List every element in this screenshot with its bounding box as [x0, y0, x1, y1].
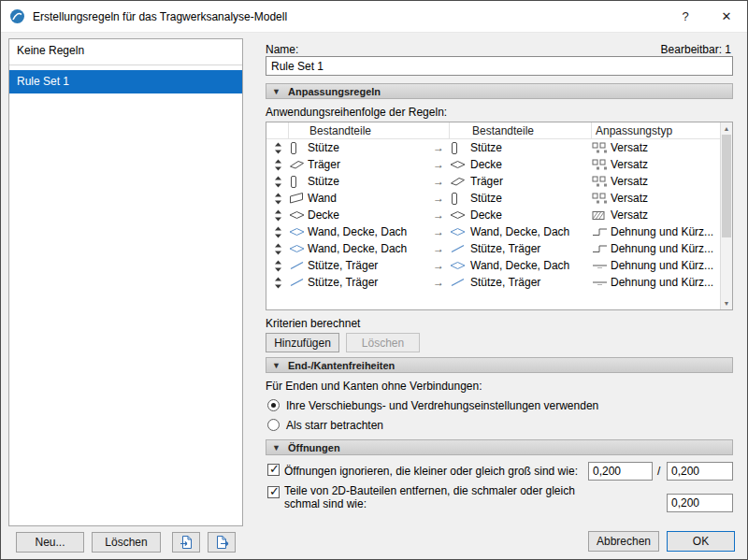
step-icon	[592, 226, 611, 237]
list-item-no-rules[interactable]: Keine Regeln	[9, 39, 242, 63]
rule-row[interactable]: Wand, Decke, Dach→Wand, Decke, DachDehnu…	[266, 223, 720, 240]
rule-set-name-input[interactable]	[266, 56, 733, 76]
criteria-label: Kriterien berechnet	[266, 317, 360, 330]
size-separator: /	[657, 465, 660, 478]
offset-icon	[592, 176, 611, 188]
component-from-label: Wand	[308, 192, 427, 205]
radio-rigid[interactable]	[267, 419, 280, 431]
offset-icon	[592, 159, 611, 171]
checkbox-ignore-openings[interactable]	[267, 464, 280, 476]
collapse-arrow-icon: ▼	[272, 443, 280, 452]
export-ruleset-button[interactable]	[208, 532, 236, 553]
rule-row[interactable]: Decke→DeckeVersatz	[266, 207, 720, 223]
component-to-label: Wand, Decke, Dach	[470, 259, 592, 272]
reorder-handle-icon[interactable]	[266, 159, 289, 171]
export-icon	[215, 535, 229, 550]
rule-row[interactable]: Wand→StützeVersatz	[266, 190, 720, 207]
delete-ruleset-button[interactable]: Löschen	[92, 532, 161, 553]
component-from-label: Stütze, Träger	[308, 259, 427, 272]
part-width-input[interactable]	[667, 494, 733, 512]
line-icon	[289, 277, 308, 288]
line-icon	[450, 277, 470, 288]
close-button[interactable]: ✕	[706, 1, 747, 32]
line-icon	[450, 243, 470, 254]
column-icon	[289, 175, 308, 189]
scroll-down-icon[interactable]: ▼	[721, 297, 732, 309]
component-to-label: Stütze, Träger	[470, 242, 592, 255]
section-header-oeffnungen[interactable]: ▼ Öffnungen	[266, 439, 733, 455]
reorder-handle-icon[interactable]	[266, 142, 289, 154]
step-icon	[592, 243, 611, 254]
component-to-label: Wand, Decke, Dach	[470, 225, 592, 238]
radio-use-settings[interactable]	[267, 399, 280, 411]
reorder-handle-icon[interactable]	[266, 176, 289, 188]
import-ruleset-button[interactable]	[172, 532, 200, 553]
arrow-right-icon: →	[427, 242, 450, 255]
scroll-up-icon[interactable]: ▲	[721, 122, 732, 135]
beam-icon	[450, 176, 470, 187]
component-to-label: Träger	[470, 175, 592, 188]
adjustment-type-label: Versatz	[611, 175, 720, 188]
add-rule-button[interactable]: Hinzufügen	[266, 333, 339, 352]
scrollbar-track[interactable]	[721, 135, 732, 297]
hline-icon	[592, 277, 611, 288]
collapse-arrow-icon: ▼	[272, 87, 280, 96]
ok-button[interactable]: OK	[667, 531, 735, 552]
rule-row[interactable]: Stütze→TrägerVersatz	[266, 173, 720, 190]
rule-row[interactable]: Stütze→StützeVersatz	[266, 139, 720, 156]
opening-size-x-input[interactable]	[588, 462, 653, 481]
column-icon	[450, 192, 470, 206]
cancel-button[interactable]: Abbrechen	[588, 531, 659, 552]
slab-icon	[450, 159, 470, 170]
column-header-components-1: Bestandteile	[289, 122, 450, 138]
offset-hatch-icon	[592, 209, 611, 222]
editable-count-label: Bearbeitbar: 1	[661, 43, 731, 56]
component-to-label: Decke	[470, 208, 592, 222]
reorder-handle-icon[interactable]	[266, 226, 289, 238]
component-from-label: Wand, Decke, Dach	[308, 242, 427, 255]
surface-icon	[450, 226, 470, 237]
help-button[interactable]: ?	[665, 1, 706, 32]
rule-row[interactable]: Stütze, Träger→Wand, Decke, DachDehnung …	[266, 257, 720, 274]
table-scrollbar[interactable]: ▲ ▼	[720, 122, 732, 309]
component-from-label: Stütze	[308, 175, 427, 188]
reorder-handle-icon[interactable]	[266, 193, 289, 205]
rule-row[interactable]: Stütze, Träger→Stütze, TrägerDehnung und…	[266, 274, 720, 291]
component-from-label: Stütze, Träger	[308, 276, 427, 289]
app-icon	[9, 8, 25, 24]
scrollbar-thumb[interactable]	[722, 135, 731, 237]
rule-row[interactable]: Träger→DeckeVersatz	[266, 156, 720, 173]
wall-icon	[289, 192, 308, 205]
reorder-handle-icon[interactable]	[266, 243, 289, 255]
arrow-right-icon: →	[427, 175, 450, 188]
column-icon	[450, 141, 470, 155]
component-to-label: Stütze	[470, 192, 592, 205]
reorder-handle-icon[interactable]	[266, 277, 289, 289]
reorder-handle-icon[interactable]	[266, 260, 289, 272]
component-from-label: Wand, Decke, Dach	[308, 225, 427, 238]
arrow-right-icon: →	[427, 141, 450, 154]
adjustment-type-label: Versatz	[611, 208, 720, 222]
list-item-rule-set-1[interactable]: Rule Set 1	[9, 70, 242, 93]
surface-icon	[289, 243, 308, 254]
delete-rule-button[interactable]: Löschen	[346, 333, 420, 352]
arrow-right-icon: →	[427, 225, 450, 238]
checkbox-remove-2d-parts-label: Teile von 2D-Bauteilen entfernen, die sc…	[284, 484, 593, 510]
slab-icon	[450, 209, 470, 221]
component-from-label: Decke	[308, 208, 427, 222]
surface-icon	[450, 260, 470, 271]
adjustment-type-label: Versatz	[611, 192, 720, 205]
rule-row[interactable]: Wand, Decke, Dach→Stütze, TrägerDehnung …	[266, 240, 720, 257]
section-header-end-kantenfreiheiten[interactable]: ▼ End-/Kantenfreiheiten	[266, 357, 733, 373]
reorder-handle-icon[interactable]	[266, 209, 289, 222]
section-header-anpassungsregeln[interactable]: ▼ Anpassungsregeln	[266, 83, 733, 99]
opening-size-y-input[interactable]	[667, 462, 733, 481]
rules-table-header: Bestandteile Bestandteile Anpassungstyp	[266, 122, 720, 139]
hline-icon	[592, 260, 611, 271]
title-bar: Erstellungsregeln für das Tragwerksanaly…	[1, 1, 747, 33]
new-button[interactable]: Neu...	[16, 532, 84, 553]
arrow-right-icon: →	[427, 259, 450, 272]
checkbox-remove-2d-parts[interactable]	[267, 486, 280, 498]
radio-use-settings-label: Ihre Verschiebungs- und Verdrehungseinst…	[286, 399, 598, 412]
surface-icon	[289, 226, 308, 237]
